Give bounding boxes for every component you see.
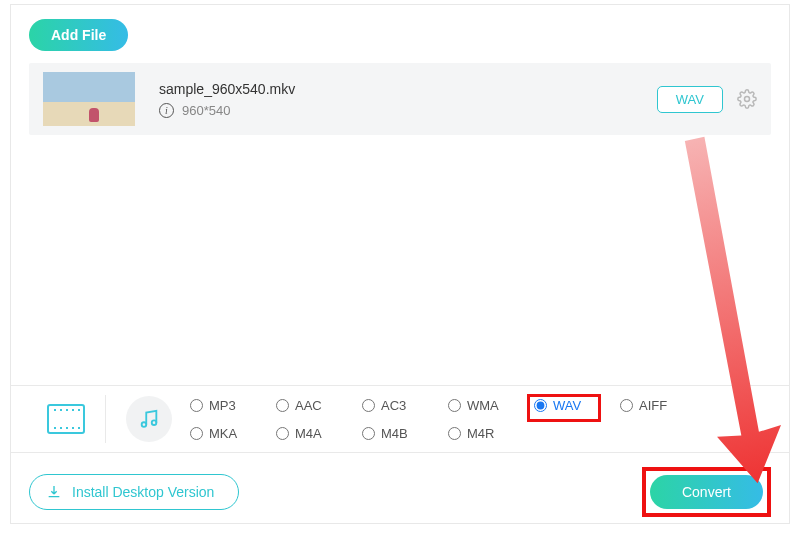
format-option-m4b[interactable]: M4B (362, 426, 448, 441)
file-thumbnail[interactable] (43, 72, 135, 126)
audio-formats-icon[interactable] (126, 396, 172, 442)
format-panel: MP3 AAC AC3 WMA WAV AIFF MKA M4A M4B M4R (11, 385, 789, 453)
format-option-m4r[interactable]: M4R (448, 426, 534, 441)
output-format-badge[interactable]: WAV (657, 86, 723, 113)
video-formats-icon[interactable] (47, 404, 85, 434)
svg-point-2 (152, 420, 157, 425)
file-name: sample_960x540.mkv (159, 81, 657, 97)
divider (105, 395, 106, 443)
info-icon[interactable]: i (159, 103, 174, 118)
file-item: sample_960x540.mkv i 960*540 WAV (29, 63, 771, 135)
format-option-aac[interactable]: AAC (276, 398, 362, 413)
annotation-convert-highlight: Convert (642, 467, 771, 517)
format-option-ac3[interactable]: AC3 (362, 398, 448, 413)
format-grid: MP3 AAC AC3 WMA WAV AIFF MKA M4A M4B M4R (190, 393, 706, 445)
format-option-mp3[interactable]: MP3 (190, 398, 276, 413)
file-dimensions: 960*540 (182, 103, 230, 118)
install-desktop-button[interactable]: Install Desktop Version (29, 474, 239, 510)
format-option-wav[interactable]: WAV (534, 398, 620, 413)
add-file-button[interactable]: Add File (29, 19, 128, 51)
svg-point-0 (745, 97, 750, 102)
gear-icon[interactable] (737, 89, 757, 109)
format-option-aiff[interactable]: AIFF (620, 398, 706, 413)
app-panel: Add File sample_960x540.mkv i 960*540 WA… (10, 4, 790, 524)
file-meta: sample_960x540.mkv i 960*540 (159, 81, 657, 118)
format-option-m4a[interactable]: M4A (276, 426, 362, 441)
convert-button[interactable]: Convert (650, 475, 763, 509)
bottom-bar: Install Desktop Version Convert (11, 461, 789, 523)
format-option-wma[interactable]: WMA (448, 398, 534, 413)
format-option-mka[interactable]: MKA (190, 426, 276, 441)
download-icon (46, 484, 62, 500)
install-desktop-label: Install Desktop Version (72, 484, 214, 500)
svg-point-1 (142, 422, 147, 427)
